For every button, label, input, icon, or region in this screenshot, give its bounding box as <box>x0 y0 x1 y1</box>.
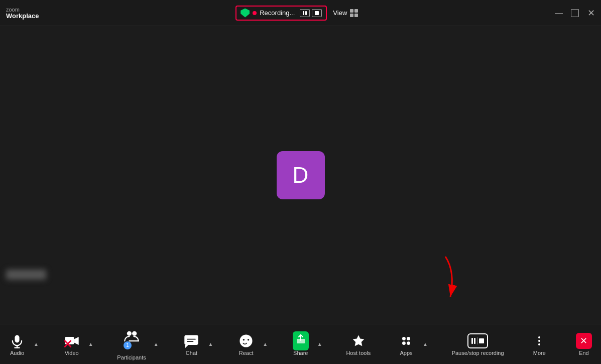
participant-avatar: D <box>277 151 325 199</box>
svg-point-15 <box>248 339 249 340</box>
chat-chevron[interactable]: ▲ <box>206 337 214 351</box>
svg-point-17 <box>402 337 406 340</box>
avatar-letter: D <box>293 163 309 188</box>
audio-group: Audio ▲ <box>4 330 40 359</box>
svg-rect-1 <box>15 335 19 342</box>
close-button[interactable]: ✕ <box>587 9 595 17</box>
participants-group: 1 Participants ▲ <box>113 325 160 363</box>
end-button[interactable]: ✕ End <box>571 330 597 359</box>
svg-point-7 <box>127 331 132 335</box>
chat-label: Chat <box>186 350 197 356</box>
pause-stop-recording-label: Pause/stop recording <box>452 350 504 356</box>
svg-point-8 <box>132 331 137 335</box>
restore-button[interactable] <box>571 9 579 17</box>
view-grid-icon <box>350 9 358 17</box>
titlebar-right: — ✕ <box>555 9 595 17</box>
share-button[interactable]: Share <box>288 330 314 359</box>
video-label: Video <box>65 350 79 356</box>
audio-icon <box>9 333 25 349</box>
view-button[interactable]: View <box>333 9 358 17</box>
svg-point-20 <box>407 341 410 345</box>
shield-icon <box>241 9 250 18</box>
titlebar-center: Recording... View <box>235 6 358 21</box>
svg-point-14 <box>243 339 245 340</box>
recording-pause-btn[interactable] <box>300 9 310 17</box>
share-icon <box>293 333 309 349</box>
svg-point-19 <box>402 341 406 345</box>
react-button[interactable]: React <box>233 330 259 359</box>
recording-label: Recording... <box>260 9 295 17</box>
recording-badge[interactable]: Recording... <box>235 6 327 21</box>
pause-stop-recording-icon <box>470 333 486 349</box>
share-chevron[interactable]: ▲ <box>316 337 324 351</box>
chat-button[interactable]: Chat <box>178 330 204 359</box>
end-label: End <box>579 350 589 356</box>
participants-count: 1 <box>124 341 132 349</box>
hosttools-button[interactable]: Host tools <box>342 330 375 359</box>
titlebar: zoom Workplace Recording... View <box>0 0 601 26</box>
hosttools-group: Host tools <box>342 330 375 359</box>
recording-dot <box>253 11 257 15</box>
react-label: React <box>239 350 254 356</box>
react-icon <box>238 333 254 349</box>
titlebar-left: zoom Workplace <box>6 7 39 19</box>
video-chevron[interactable]: ▲ <box>87 337 95 351</box>
chat-group: Chat ▲ <box>178 330 214 359</box>
pause-stop-recording-button[interactable]: Pause/stop recording <box>448 330 508 359</box>
share-label: Share <box>293 350 308 356</box>
react-chevron[interactable]: ▲ <box>261 337 269 351</box>
participants-label: Participants <box>117 354 146 360</box>
react-group: React ▲ <box>233 330 269 359</box>
more-label: More <box>533 350 546 356</box>
more-icon <box>531 333 547 349</box>
audio-chevron[interactable]: ▲ <box>32 337 40 351</box>
svg-rect-10 <box>185 335 198 344</box>
zoom-brand-top: zoom <box>6 7 39 13</box>
more-button[interactable]: More <box>526 330 552 359</box>
audio-label: Audio <box>10 350 24 356</box>
hosttools-label: Host tools <box>346 350 371 356</box>
main-content: D <box>0 26 601 324</box>
video-button[interactable]: Video <box>59 330 85 359</box>
audio-button[interactable]: Audio <box>4 330 30 359</box>
share-group: Share ▲ <box>288 330 324 359</box>
svg-point-13 <box>240 334 253 347</box>
chat-icon <box>183 333 199 349</box>
video-icon <box>64 333 80 349</box>
participants-button[interactable]: 1 Participants <box>113 325 150 363</box>
view-label: View <box>333 9 347 17</box>
participant-name-blurred <box>6 270 46 280</box>
arrow-annotation <box>400 252 460 314</box>
apps-group: Apps ▲ <box>393 330 429 359</box>
video-group: Video ▲ <box>59 330 95 359</box>
recording-stop-btn[interactable] <box>312 9 322 17</box>
participants-chevron[interactable]: ▲ <box>152 337 160 351</box>
svg-point-18 <box>407 337 410 340</box>
apps-icon <box>398 333 414 349</box>
zoom-logo: zoom Workplace <box>6 7 39 19</box>
apps-chevron[interactable]: ▲ <box>421 337 429 351</box>
apps-button[interactable]: Apps <box>393 330 419 359</box>
minimize-button[interactable]: — <box>555 9 563 17</box>
hosttools-icon <box>350 333 367 349</box>
apps-label: Apps <box>400 350 412 356</box>
recording-controls <box>300 9 322 17</box>
end-icon: ✕ <box>576 333 592 349</box>
toolbar: Audio ▲ Video ▲ <box>0 324 601 364</box>
zoom-brand-bottom: Workplace <box>6 13 39 19</box>
